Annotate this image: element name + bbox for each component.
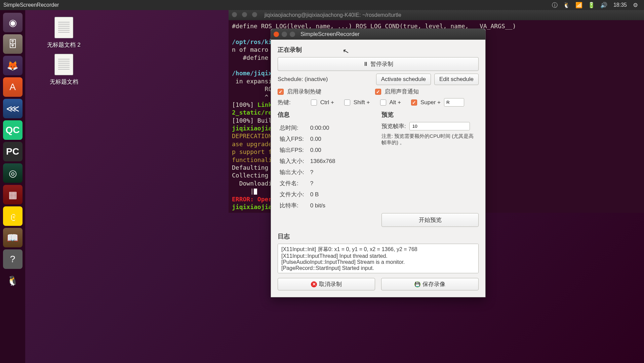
battery-icon[interactable]: 🔋 xyxy=(588,2,595,9)
desktop-file-label: 无标题文档 xyxy=(50,79,78,85)
desktop-file-1[interactable]: 无标题文档 2 xyxy=(39,17,89,49)
log-line: [X11Input::Init] 屏幕0: x1 = 0, y1 = 0, x2… xyxy=(281,246,475,253)
terminal-title: jiqixiaojiachong@jiqixiaojiachong-K40IE:… xyxy=(265,12,401,19)
shift-label: Shift + xyxy=(354,99,370,106)
schedule-label: Schedule: (inactive) xyxy=(278,76,328,83)
gear-icon[interactable]: ⚙ xyxy=(633,2,638,9)
shift-checkbox[interactable] xyxy=(344,99,350,106)
top-menubar: SimpleScreenRecorder ⓘ 🐧 📶 🔋 🔊 18:35 ⚙ xyxy=(0,0,644,10)
filesize-value: 0 B xyxy=(309,189,337,200)
book-icon[interactable]: 📖 xyxy=(3,228,23,247)
help-icon[interactable]: ? xyxy=(3,249,23,269)
cancel-recording-button[interactable]: ✕ 取消录制 xyxy=(278,278,375,290)
close-icon[interactable] xyxy=(232,12,237,17)
input-fps-label: 输入FPS: xyxy=(278,134,308,144)
log-line: [PageRecord::StartInput] Started input. xyxy=(281,265,475,271)
alt-label: Alt + xyxy=(390,99,401,106)
ssr-window[interactable]: SimpleScreenRecorder 正在录制 ⏸ 暂停录制 Schedul… xyxy=(271,29,486,297)
cancel-icon: ✕ xyxy=(311,281,317,287)
maximize-icon[interactable] xyxy=(252,12,257,17)
enable-hotkey-checkbox[interactable] xyxy=(278,89,284,95)
ssr-titlebar[interactable]: SimpleScreenRecorder xyxy=(271,29,485,40)
input-fps-value: 0.00 xyxy=(309,134,337,144)
input-size-label: 输入大小: xyxy=(278,156,308,166)
volume-icon[interactable]: 🔊 xyxy=(600,2,607,9)
clock[interactable]: 18:35 xyxy=(613,2,627,8)
filename-value: ? xyxy=(309,178,337,189)
firefox-icon[interactable]: 🦊 xyxy=(3,56,23,75)
ssr-icon[interactable]: ▦ xyxy=(3,185,23,204)
qqmusic-icon[interactable]: ၉ xyxy=(3,206,23,226)
input-size-value: 1366x768 xyxy=(309,156,337,166)
start-preview-button[interactable]: 开始预览 xyxy=(381,213,479,227)
enable-sound-label: 启用声音通知 xyxy=(385,88,419,95)
accessibility-icon[interactable]: ⓘ xyxy=(552,1,558,9)
software-center-icon[interactable]: A xyxy=(3,77,23,97)
cancel-button-label: 取消录制 xyxy=(319,280,342,288)
pause-recording-button[interactable]: ⏸ 暂停录制 xyxy=(278,57,479,71)
log-line: [PulseAudioInput::InputThread] Stream is… xyxy=(281,259,475,265)
log-line: [X11Input::InputThread] Input thread sta… xyxy=(281,253,475,259)
ssr-body: 正在录制 ⏸ 暂停录制 Schedule: (inactive) Activat… xyxy=(271,40,485,297)
super-checkbox[interactable] xyxy=(411,99,417,106)
total-time-value: 0:00:00 xyxy=(309,123,337,133)
output-size-value: ? xyxy=(309,167,337,177)
output-fps-value: 0.00 xyxy=(309,145,337,155)
output-fps-label: 输出FPS: xyxy=(278,145,308,155)
minimize-icon[interactable] xyxy=(282,32,287,37)
desktop-file-label: 无标题文档 2 xyxy=(47,42,80,48)
save-recording-button[interactable]: 💾 保存录像 xyxy=(381,278,479,290)
output-size-label: 输出大小: xyxy=(278,167,308,177)
wifi-icon[interactable]: 📶 xyxy=(575,2,582,9)
hotkey-key-input[interactable] xyxy=(444,98,464,107)
desktop-file-2[interactable]: 无标题文档 xyxy=(39,54,89,86)
log-textarea[interactable]: [X11Input::Init] 屏幕0: x1 = 0, y1 = 0, x2… xyxy=(278,244,479,273)
preview-note: 注意: 预览需要额外的CPU时间 (尤其是高帧率的) 。 xyxy=(381,133,479,146)
ctrl-checkbox[interactable] xyxy=(311,99,317,106)
recording-section-header: 正在录制 xyxy=(278,46,479,54)
pycharm-icon[interactable]: PC xyxy=(3,142,23,161)
terminal-titlebar[interactable]: jiqixiaojiachong@jiqixiaojiachong-K40IE:… xyxy=(229,10,644,20)
bitrate-value: 0 bit/s xyxy=(309,200,337,211)
filename-label: 文件名: xyxy=(278,178,308,189)
penguin-icon[interactable]: 🐧 xyxy=(563,2,570,9)
log-section-header: 日志 xyxy=(278,232,479,240)
preview-fps-label: 预览帧率: xyxy=(381,122,406,130)
preview-section-header: 预览 xyxy=(381,111,479,119)
close-icon[interactable] xyxy=(274,32,279,37)
total-time-label: 总时间: xyxy=(278,123,308,133)
hotkey-label: 热键: xyxy=(278,98,291,106)
super-label: Super + xyxy=(420,99,441,106)
ssr-window-title: SimpleScreenRecorder xyxy=(300,31,360,38)
maximize-icon[interactable] xyxy=(290,32,295,37)
qq-penguin-icon[interactable]: 🐧 xyxy=(3,271,23,290)
camera-icon[interactable]: ◎ xyxy=(3,163,23,183)
qtcreator-icon[interactable]: QC xyxy=(3,120,23,140)
document-icon xyxy=(54,17,73,38)
active-app-title: SimpleScreenRecorder xyxy=(3,2,59,8)
launcher-dock: ◉ 🗄 🦊 A ⋘ QC PC ◎ ▦ ၉ 📖 ? 🐧 xyxy=(0,10,25,363)
bitrate-label: 比特率: xyxy=(278,200,308,211)
alt-checkbox[interactable] xyxy=(380,99,386,106)
enable-hotkey-label: 启用录制热键 xyxy=(287,88,321,95)
save-button-label: 保存录像 xyxy=(422,280,445,288)
ctrl-label: Ctrl + xyxy=(320,99,334,106)
filesize-label: 文件大小: xyxy=(278,189,308,200)
edit-schedule-button[interactable]: Edit schedule xyxy=(434,74,479,85)
info-section-header: 信息 xyxy=(278,111,375,119)
preview-fps-input[interactable] xyxy=(409,122,470,130)
save-icon: 💾 xyxy=(414,281,420,287)
files-icon[interactable]: 🗄 xyxy=(3,34,23,54)
ubuntu-dash-icon[interactable]: ◉ xyxy=(3,13,23,32)
vscode-icon[interactable]: ⋘ xyxy=(3,99,23,118)
minimize-icon[interactable] xyxy=(242,12,247,17)
activate-schedule-button[interactable]: Activate schedule xyxy=(376,74,431,85)
enable-sound-checkbox[interactable] xyxy=(375,89,381,95)
document-icon xyxy=(54,54,73,75)
